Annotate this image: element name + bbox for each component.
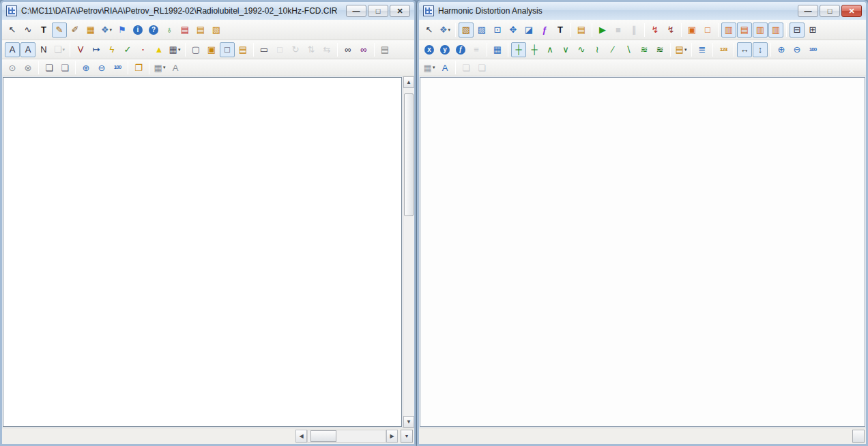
single-plot-toggle-icon[interactable]: ⊟: [790, 23, 805, 38]
horizontal-scroll-thumb[interactable]: [310, 430, 336, 442]
show-condition-toggle-icon[interactable]: ✓: [120, 42, 135, 57]
flag-tool-icon[interactable]: ⚑: [115, 23, 130, 38]
close-button[interactable]: ✕: [390, 5, 410, 17]
layout-tool-icon[interactable]: ▤: [193, 23, 208, 38]
show-pin-connections-toggle-icon[interactable]: ·: [136, 42, 151, 57]
zoom-in-button-icon[interactable]: ⊕: [774, 42, 789, 57]
x-range-button-icon[interactable]: ↔: [737, 42, 752, 57]
plot-area[interactable]: [420, 77, 865, 427]
data-points-toggle-icon[interactable]: ▣: [684, 23, 699, 38]
point-tag-button-icon[interactable]: ◪: [521, 23, 536, 38]
info-tool-icon[interactable]: i: [130, 23, 145, 38]
scrollbar-corner-button[interactable]: ▼: [401, 430, 413, 443]
select-box-tool-icon[interactable]: ▭: [257, 42, 272, 57]
properties-button-icon[interactable]: ▤: [574, 23, 589, 38]
page-copy-button-icon[interactable]: ❐: [131, 60, 146, 75]
zoom-in-button-icon[interactable]: ⊕: [78, 60, 93, 75]
component-bus-tool-icon[interactable]: ▦: [83, 23, 98, 38]
peak-button-icon[interactable]: ∧: [542, 42, 558, 57]
send-to-back-button-icon[interactable]: ❏: [57, 60, 72, 75]
design-info-tool-icon[interactable]: ▧: [209, 23, 224, 38]
schematic-vertical-scrollbar[interactable]: ▲ ▼: [403, 76, 414, 428]
y-axis-button-icon[interactable]: y: [437, 42, 452, 57]
numeric-output-button-icon[interactable]: ≣: [695, 42, 710, 57]
zoom-rect-button-icon[interactable]: ⊡: [490, 23, 505, 38]
y-range-button-icon[interactable]: ↕: [753, 42, 768, 57]
vertical-scroll-thumb[interactable]: [404, 93, 414, 216]
show-node-numbers-toggle-icon[interactable]: N: [36, 42, 51, 57]
low-button-icon[interactable]: ≀: [590, 42, 605, 57]
tokens-toggle-icon[interactable]: □: [700, 23, 715, 38]
schematic-canvas[interactable]: [3, 77, 402, 427]
font-button-icon[interactable]: A: [437, 60, 452, 75]
zoom-out-button-icon[interactable]: ⊖: [790, 42, 805, 57]
show-node-voltages-toggle-icon[interactable]: V: [73, 42, 88, 57]
wire-mode-icon[interactable]: ∿: [20, 23, 35, 38]
cursor-mode-button-icon[interactable]: ▨: [474, 23, 489, 38]
properties-button-icon[interactable]: ▤: [235, 42, 250, 57]
region-select-mode-icon[interactable]: □: [220, 42, 235, 57]
restore-button[interactable]: □: [820, 5, 840, 17]
bring-to-front-button-icon[interactable]: ❏: [42, 60, 57, 75]
select-tool-icon[interactable]: ↖: [5, 23, 20, 38]
zoom-100-button-icon[interactable]: 100: [805, 42, 820, 57]
draw-diag-wire-tool-icon[interactable]: ✐: [68, 23, 83, 38]
scroll-left-icon[interactable]: ◀: [295, 430, 307, 443]
warning-toggle-icon[interactable]: ▲: [151, 42, 167, 57]
show-attribute-text-toggle-icon[interactable]: A: [5, 42, 20, 57]
find-next-tool-icon[interactable]: ∞: [356, 42, 371, 57]
shape-tool-icon[interactable]: ❖▾: [99, 23, 114, 38]
grid-display-button-icon[interactable]: ▦▾: [152, 60, 167, 75]
high-button-icon[interactable]: ∿: [574, 42, 589, 57]
show-wave-text-toggle-icon[interactable]: A: [20, 42, 35, 57]
font-button-icon[interactable]: A: [168, 60, 183, 75]
panel-horizontal-toggle-icon[interactable]: ▤: [737, 23, 752, 38]
close-button[interactable]: ✕: [841, 5, 862, 17]
text-mode-button-icon[interactable]: T: [553, 23, 568, 38]
slope-up-button-icon[interactable]: ∕: [605, 42, 620, 57]
optimize-button-icon[interactable]: ↯: [663, 23, 678, 38]
draw-wire-tool-icon[interactable]: ✎: [52, 23, 67, 38]
rule-check-tool-icon[interactable]: ▤: [177, 23, 192, 38]
save-page-button-icon[interactable]: ▣: [204, 42, 219, 57]
scroll-down-icon[interactable]: ▼: [403, 416, 414, 428]
edit-analysis-button-icon[interactable]: ▦: [490, 42, 505, 57]
scroll-up-icon[interactable]: ▲: [403, 76, 414, 88]
cursor-left-button-icon[interactable]: ┼: [511, 42, 526, 57]
cursor-grid-toggle-icon[interactable]: ⊞: [805, 23, 820, 38]
zoom-out-button-icon[interactable]: ⊖: [94, 60, 109, 75]
fx-button-icon[interactable]: ƒ: [453, 42, 468, 57]
panel-ruler-toggle-icon[interactable]: ▥: [721, 23, 736, 38]
notebook-tool-icon[interactable]: ▤: [377, 42, 392, 57]
pan-mode-button-icon[interactable]: ✥: [506, 23, 521, 38]
envelope-bottom-button-icon[interactable]: ≋: [652, 42, 667, 57]
link-tool-icon[interactable]: ♁: [162, 23, 177, 38]
tile-button-icon[interactable]: ▦▾: [422, 60, 437, 75]
panel-vertical-toggle-icon[interactable]: ▥: [753, 23, 768, 38]
schematic-horizontal-scrollbar[interactable]: ◀ ▶: [295, 430, 398, 443]
zoom-100-button-icon[interactable]: 100: [110, 60, 125, 75]
formula-tag-button-icon[interactable]: ƒ: [537, 23, 552, 38]
show-current-toggle-icon[interactable]: ↦: [89, 42, 104, 57]
cursor-right-button-icon[interactable]: ┼: [527, 42, 542, 57]
analysis-corner-thumb[interactable]: [852, 430, 865, 443]
minimize-button[interactable]: —: [346, 5, 366, 17]
go-to-x-button-icon[interactable]: 123: [716, 42, 731, 57]
minimize-button[interactable]: —: [798, 5, 818, 17]
valley-button-icon[interactable]: ∨: [558, 42, 573, 57]
new-page-button-icon[interactable]: ▢: [188, 42, 203, 57]
step-back-button-icon[interactable]: ⊙: [5, 60, 20, 75]
help-mode-tool-icon[interactable]: ?: [146, 23, 161, 38]
x-axis-button-icon[interactable]: x: [422, 42, 437, 57]
select-tool-icon[interactable]: ↖: [422, 23, 437, 38]
scroll-right-icon[interactable]: ▶: [386, 430, 398, 443]
run-button-icon[interactable]: ▶: [595, 23, 610, 38]
stop-gray-button-icon[interactable]: ⊗: [20, 60, 35, 75]
panel-minor-toggle-icon[interactable]: ▥: [768, 23, 783, 38]
find-tool-icon[interactable]: ∞: [341, 42, 356, 57]
envelope-top-button-icon[interactable]: ≋: [637, 42, 652, 57]
paste-button-icon[interactable]: ▤▾: [674, 42, 689, 57]
analysis-titlebar[interactable]: Harmonic Distortion Analysis — □ ✕: [419, 2, 866, 20]
slope-down-button-icon[interactable]: ∖: [621, 42, 636, 57]
schematic-titlebar[interactable]: C:\MC11\DATA\Petrov\RIAA\Petrov_RL1992-0…: [2, 2, 414, 20]
